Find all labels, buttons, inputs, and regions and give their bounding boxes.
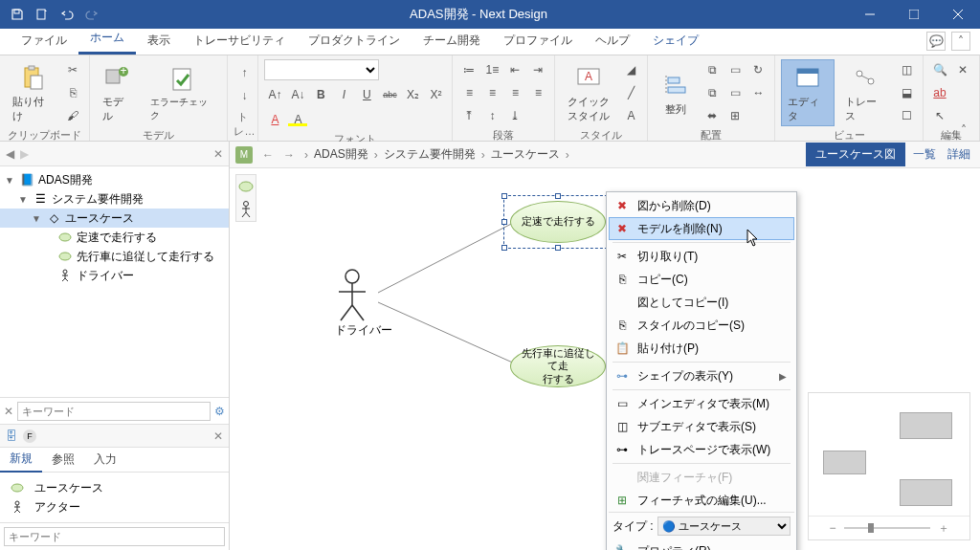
panel-close-icon[interactable]: ✕ bbox=[213, 429, 223, 443]
model-button[interactable]: + モデル bbox=[96, 59, 140, 126]
tab-home[interactable]: ホーム bbox=[78, 24, 136, 55]
ungroup-icon[interactable]: ⧉ bbox=[702, 59, 723, 80]
arrow-up-icon[interactable]: ↑ bbox=[234, 62, 255, 83]
valign-mid-icon[interactable]: ↕ bbox=[481, 105, 502, 126]
menu-trace-page[interactable]: ⊶トレースページで表示(W) bbox=[609, 438, 794, 461]
arrow-down-icon[interactable]: ↓ bbox=[234, 85, 255, 106]
underline-button[interactable]: U bbox=[356, 84, 377, 105]
maximize-button[interactable] bbox=[892, 0, 936, 29]
align-button[interactable]: 整列 bbox=[654, 67, 698, 120]
menu-remove-from-diagram[interactable]: ✖図から削除(D) bbox=[609, 194, 794, 217]
font-increase-icon[interactable]: A↑ bbox=[264, 84, 285, 105]
feedback-icon[interactable]: 💬 bbox=[926, 32, 946, 51]
size-icon[interactable]: ⬌ bbox=[702, 105, 723, 126]
bottom-tab-new[interactable]: 新規 bbox=[0, 447, 42, 473]
quick-style-button[interactable]: A クイック スタイル bbox=[561, 59, 616, 126]
menu-main-editor[interactable]: ▭メインエディタで表示(M) bbox=[609, 392, 794, 415]
menu-copy[interactable]: ⎘コピー(C) bbox=[609, 268, 794, 291]
palette-usecase[interactable]: ユースケース bbox=[6, 478, 223, 497]
font-style-icon[interactable]: A bbox=[620, 105, 641, 126]
nav-fwd-icon[interactable]: → bbox=[279, 145, 299, 165]
nav-back-icon[interactable]: ← bbox=[258, 145, 278, 165]
filter-icon[interactable]: ✕ bbox=[4, 405, 13, 418]
tree-leaf-actor[interactable]: ドライバー bbox=[0, 266, 229, 285]
group-icon[interactable]: ⧉ bbox=[702, 82, 723, 103]
align-right-icon[interactable]: ≡ bbox=[504, 82, 525, 103]
select-icon[interactable]: ↖ bbox=[929, 105, 950, 126]
dist-icon[interactable]: ↔ bbox=[747, 82, 768, 103]
save-icon[interactable] bbox=[10, 7, 25, 22]
menu-delete-model[interactable]: ✖モデルを削除(N) bbox=[609, 217, 794, 240]
layout-icon[interactable]: ☐ bbox=[896, 105, 917, 126]
format-painter-icon[interactable]: 🖌 bbox=[62, 105, 83, 126]
new-icon[interactable] bbox=[34, 7, 50, 22]
indent-icon[interactable]: ⇥ bbox=[527, 59, 548, 80]
italic-button[interactable]: I bbox=[333, 84, 354, 105]
tab-team[interactable]: チーム開発 bbox=[412, 27, 492, 55]
font-select[interactable] bbox=[264, 59, 379, 80]
strike-button[interactable]: abc bbox=[379, 84, 400, 105]
bc-item[interactable]: システム要件開発 bbox=[384, 146, 476, 163]
list-link[interactable]: 一覧 bbox=[909, 146, 940, 163]
subscript-icon[interactable]: X₂ bbox=[402, 84, 423, 105]
tab-help[interactable]: ヘルプ bbox=[584, 27, 641, 55]
detail-link[interactable]: 詳細 bbox=[944, 146, 974, 163]
cut-icon[interactable]: ✂ bbox=[62, 59, 83, 80]
tree-node-system[interactable]: ▼☰システム要件開発 bbox=[0, 189, 229, 209]
tree-search-input[interactable] bbox=[17, 402, 211, 421]
close-find-icon[interactable]: ✕ bbox=[952, 59, 973, 80]
split-h-icon[interactable]: ⬓ bbox=[896, 82, 917, 103]
bc-item[interactable]: ユースケース bbox=[491, 146, 560, 163]
menu-cut[interactable]: ✂切り取り(T) bbox=[609, 245, 794, 268]
tree-leaf-uc2[interactable]: 先行車に追従して走行する bbox=[0, 247, 229, 266]
tree-fwd-icon[interactable]: ▶ bbox=[20, 147, 29, 161]
tab-profile[interactable]: プロファイル bbox=[492, 27, 584, 55]
redo-icon[interactable] bbox=[84, 7, 100, 22]
palette-usecase-shape[interactable] bbox=[236, 175, 256, 198]
line-icon[interactable]: ╱ bbox=[620, 82, 641, 103]
bold-button[interactable]: B bbox=[310, 84, 331, 105]
rotate-icon[interactable]: ↻ bbox=[747, 59, 768, 80]
tab-shape[interactable]: シェイプ bbox=[641, 27, 710, 55]
palette-actor-shape[interactable] bbox=[236, 198, 256, 221]
menu-feature-expr[interactable]: ⊞フィーチャ式の編集(U)... bbox=[609, 489, 794, 512]
valign-top-icon[interactable]: ⤒ bbox=[458, 105, 479, 126]
highlight-icon[interactable]: A bbox=[287, 109, 308, 130]
palette-actor[interactable]: アクター bbox=[6, 497, 223, 517]
tree-close-icon[interactable]: ✕ bbox=[213, 147, 223, 161]
split-v-icon[interactable]: ◫ bbox=[896, 59, 917, 80]
collapse-ribbon-icon[interactable]: ˄ bbox=[961, 123, 974, 137]
usecase-shape-1[interactable]: 定速で走行する bbox=[510, 201, 606, 243]
diagram-type-button[interactable]: ユースケース図 bbox=[806, 143, 905, 166]
tab-trace[interactable]: トレーサビリティ bbox=[182, 27, 297, 55]
search-options-icon[interactable]: ⚙ bbox=[214, 405, 225, 418]
tree-root[interactable]: ▼📘ADAS開発 bbox=[0, 170, 229, 189]
palette-search-input[interactable] bbox=[4, 527, 225, 546]
chevron-up-icon[interactable]: ˄ bbox=[951, 32, 970, 51]
font-color-icon[interactable]: A bbox=[264, 109, 285, 130]
outdent-icon[interactable]: ⇤ bbox=[504, 59, 525, 80]
tab-product[interactable]: プロダクトライン bbox=[297, 27, 412, 55]
zoom-in-icon[interactable]: ＋ bbox=[938, 520, 949, 537]
pos-icon[interactable]: ⊞ bbox=[724, 105, 746, 126]
menu-sub-editor[interactable]: ◫サブエディタで表示(S) bbox=[609, 415, 794, 438]
find-icon[interactable]: 🔍 bbox=[929, 59, 950, 80]
replace-icon[interactable]: ab bbox=[929, 82, 950, 103]
editor-view-button[interactable]: エディタ bbox=[781, 59, 835, 126]
valign-bot-icon[interactable]: ⤓ bbox=[504, 105, 525, 126]
error-check-button[interactable]: エラーチェック bbox=[144, 60, 221, 125]
undo-icon[interactable] bbox=[59, 7, 75, 22]
actor-shape[interactable]: ドライバー bbox=[335, 269, 392, 339]
menu-shape-display[interactable]: ⊶シェイプの表示(Y)▶ bbox=[609, 364, 794, 387]
menu-copy-as-diagram[interactable]: 図としてコピー(I) bbox=[609, 291, 794, 314]
tab-file[interactable]: ファイル bbox=[10, 27, 78, 55]
close-button[interactable] bbox=[936, 0, 980, 29]
tree-leaf-uc1[interactable]: 定速で走行する bbox=[0, 228, 229, 247]
zoom-out-icon[interactable]: − bbox=[829, 521, 835, 535]
bottom-tab-input[interactable]: 入力 bbox=[84, 448, 126, 472]
trace-view-button[interactable]: トレース bbox=[838, 59, 892, 126]
paste-button[interactable]: 貼り付け bbox=[6, 59, 58, 126]
zoom-slider[interactable] bbox=[844, 527, 930, 529]
menu-property[interactable]: 🔧プロパティ(R) bbox=[609, 539, 794, 550]
menu-paste[interactable]: 📋貼り付け(P) bbox=[609, 337, 794, 360]
